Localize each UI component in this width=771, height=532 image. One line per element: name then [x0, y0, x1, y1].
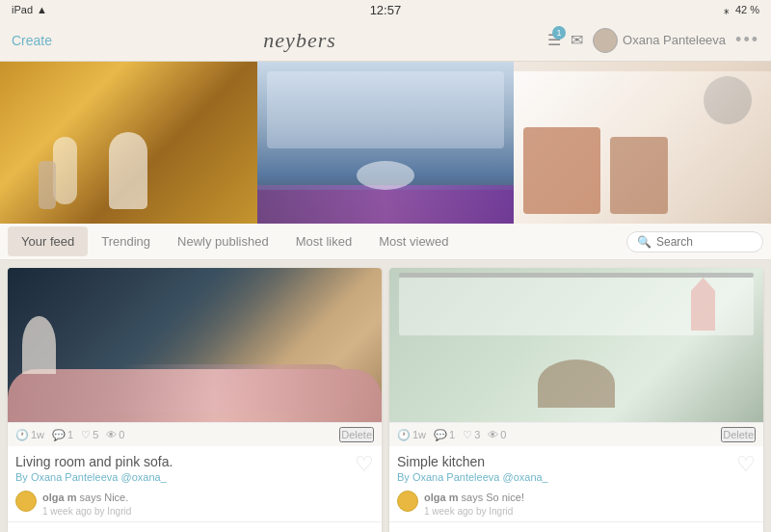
banner-image-3[interactable] — [514, 62, 771, 224]
heart-icon-2: ♡ — [463, 429, 472, 441]
more-button[interactable]: ••• — [735, 30, 759, 50]
card-1-time: 🕐 1w — [15, 429, 44, 441]
content-area: 🕐 1w 💬 1 ♡ 5 👁 0 Delete — [0, 260, 771, 532]
card-2-meta: 🕐 1w 💬 1 ♡ 3 👁 0 Delete — [389, 422, 763, 446]
card-1-views: 👁 0 — [106, 429, 124, 440]
header-left: Create — [12, 33, 52, 48]
search-icon: 🔍 — [637, 235, 651, 249]
user-avatar — [593, 28, 618, 53]
tab-bar: Your feed Trending Newly published Most … — [0, 224, 771, 260]
logo: neybers — [263, 28, 335, 53]
device-label: iPad — [12, 4, 33, 15]
card-2-meta-left: 🕐 1w 💬 1 ♡ 3 👁 0 — [397, 429, 506, 441]
card-1-meta-left: 🕐 1w 💬 1 ♡ 5 👁 0 — [15, 429, 124, 441]
card-2-comment-preview: olga m says So nice! 1 week ago by Ingri… — [389, 487, 763, 521]
tab-your-feed[interactable]: Your feed — [8, 226, 88, 256]
card-1-comment-preview: olga m says Nice. 1 week ago by Ingrid — [8, 487, 382, 521]
card-living-room: 🕐 1w 💬 1 ♡ 5 👁 0 Delete — [8, 268, 382, 532]
battery-label: 42 % — [735, 4, 759, 15]
card-1-comment-text: olga m says Nice. 1 week ago by Ingrid — [42, 491, 131, 518]
card-2-comments: 💬 1 — [434, 429, 455, 441]
card-2-delete[interactable]: Delete — [721, 427, 756, 442]
banner-image-2[interactable] — [257, 62, 515, 224]
mail-icon[interactable]: ✉ — [571, 31, 583, 49]
tab-trending[interactable]: Trending — [88, 226, 164, 256]
create-button[interactable]: Create — [12, 33, 52, 48]
card-1-meta: 🕐 1w 💬 1 ♡ 5 👁 0 Delete — [8, 422, 382, 446]
card-2-title: Simple kitchen — [397, 454, 548, 469]
list-icon[interactable]: ☰ 1 — [547, 31, 561, 49]
bluetooth-icon: ⁎ — [724, 4, 730, 16]
card-2-like-button[interactable]: ♡ — [736, 452, 756, 477]
comment-icon-1: 💬 — [52, 429, 66, 441]
card-1-comments: 💬 1 — [52, 429, 73, 441]
card-2-comment-bar: + — [389, 521, 763, 532]
status-bar: iPad ▲ 12:57 ⁎ 42 % — [0, 0, 771, 19]
clock-icon-1: 🕐 — [15, 429, 29, 441]
card-2-comment-add[interactable]: + — [745, 528, 756, 532]
card-1-info: Living room and pink sofa. By Oxana Pant… — [8, 446, 382, 487]
card-kitchen: 🕐 1w 💬 1 ♡ 3 👁 0 Delete — [389, 268, 763, 532]
tab-newly-published[interactable]: Newly published — [164, 226, 282, 256]
card-2-comment-text: olga m says So nice! 1 week ago by Ingri… — [424, 491, 524, 518]
card-2-time: 🕐 1w — [397, 429, 426, 441]
search-input[interactable] — [656, 235, 753, 249]
card-2-likes: ♡ 3 — [463, 429, 480, 441]
wifi-icon: ▲ — [37, 4, 47, 15]
user-name: Oxana Panteleeva — [623, 33, 726, 47]
card-2-views: 👁 0 — [488, 429, 506, 440]
tab-most-liked[interactable]: Most liked — [282, 226, 366, 256]
notification-badge: 1 — [552, 26, 566, 40]
heart-icon-1: ♡ — [81, 429, 91, 441]
clock-icon-2: 🕐 — [397, 429, 411, 441]
comment-icon-2: 💬 — [434, 429, 447, 441]
card-1-delete[interactable]: Delete — [339, 427, 374, 442]
card-1-commenter-avatar — [15, 491, 37, 512]
banner-image-1[interactable] — [0, 62, 257, 224]
card-1-comment-bar: + — [8, 521, 382, 532]
user-info[interactable]: Oxana Panteleeva — [593, 28, 726, 53]
status-bar-right: ⁎ 42 % — [724, 4, 759, 16]
banner — [0, 62, 771, 224]
card-image-1[interactable] — [8, 268, 382, 422]
card-2-commenter-avatar — [397, 491, 418, 512]
card-1-like-button[interactable]: ♡ — [355, 452, 374, 477]
search-container: 🔍 — [626, 231, 763, 253]
status-bar-left: iPad ▲ — [12, 4, 47, 15]
card-2-author: By Oxana Panteleeva @oxana_ — [397, 471, 548, 483]
card-image-2[interactable] — [389, 268, 763, 422]
tab-most-viewed[interactable]: Most viewed — [365, 226, 462, 256]
eye-icon-1: 👁 — [106, 429, 117, 440]
card-1-author: By Oxana Panteleeva @oxana_ — [15, 471, 173, 483]
header-right: ☰ 1 ✉ Oxana Panteleeva ••• — [547, 28, 759, 53]
status-time: 12:57 — [370, 3, 402, 17]
card-1-likes: ♡ 5 — [81, 429, 98, 441]
card-2-info: Simple kitchen By Oxana Panteleeva @oxan… — [389, 446, 763, 487]
eye-icon-2: 👁 — [488, 429, 498, 440]
header: Create neybers ☰ 1 ✉ Oxana Panteleeva ••… — [0, 19, 771, 62]
card-1-comment-add[interactable]: + — [363, 528, 374, 532]
card-1-title: Living room and pink sofa. — [15, 454, 173, 469]
